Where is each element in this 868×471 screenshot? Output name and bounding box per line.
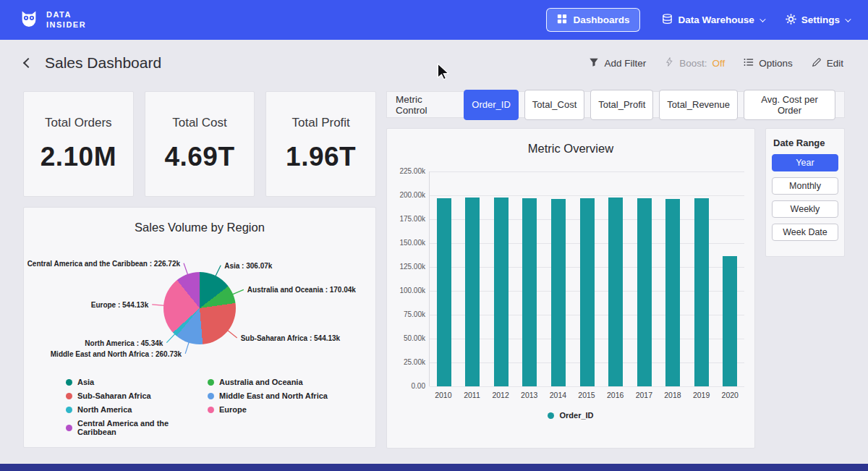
brand: DATA INSIDER [19,9,86,32]
bar-2019[interactable] [694,198,709,386]
bar-2013[interactable] [522,198,537,386]
page-title: Sales Dashboard [45,54,161,72]
legend-dot [208,393,214,399]
pie-leader-line [185,341,189,354]
data-warehouse-menu[interactable]: Data Warehouse [662,14,763,27]
metric-button-total-cost[interactable]: Total_Cost [524,90,584,120]
y-axis-tick: 50.00k [389,334,425,342]
bar-cell [658,171,687,386]
metric-overview-card: Metric Overview 225.00k200.00k175.00k150… [386,128,755,449]
options-label: Options [759,58,793,69]
lightning-bolt-icon [665,57,674,69]
pie-leader-line [215,266,221,277]
pie-chart: Asia : 306.07kAustralia and Oceania : 17… [24,239,375,370]
legend-label: Central America and the Caribbean [77,419,208,436]
chevron-down-icon [845,16,851,22]
bottom-strip [0,464,868,471]
settings-menu[interactable]: Settings [786,14,849,27]
kpi-row: Total Orders 2.10M Total Cost 4.69T Tota… [23,91,376,197]
gear-icon [786,14,796,27]
legend-item-north-america: North America [66,405,208,414]
top-navbar: DATA INSIDER Dashboards Data Warehous [0,0,868,40]
gridline [430,386,744,387]
bar-2016[interactable] [608,198,623,386]
dashboards-button[interactable]: Dashboards [546,8,640,32]
y-axis-tick: 200.00k [389,191,425,199]
dashboard-header: Sales Dashboard Add Filter Boost: Off Op… [0,40,868,86]
boost-state: Off [712,58,725,69]
metric-button-total-revenue[interactable]: Total_Revenue [659,90,738,120]
legend-dot [208,407,214,413]
pie-slice-label-sub-saharan-africa: Sub-Saharan Africa : 544.13k [241,334,340,342]
y-axis-tick: 150.00k [389,239,425,247]
options-button[interactable]: Options [744,57,793,69]
bar-2018[interactable] [665,199,680,386]
kpi-label: Total Cost [172,116,227,130]
metric-button-total-profit[interactable]: Total_Profit [590,90,653,120]
date-range-button-year[interactable]: Year [772,154,838,171]
bar-chart-title: Metric Overview [387,129,754,156]
dashboards-grid-icon [557,14,567,26]
metric-button-avg-cost-per-order[interactable]: Avg. Cost per Order [744,90,835,120]
legend-label: Europe [219,405,247,414]
bar-cell [715,171,744,386]
date-range-buttons: YearMonthlyWeeklyWeek Date [772,154,838,241]
pie-slice-label-europe: Europe : 544.13k [91,300,148,308]
bar-2011[interactable] [465,198,480,386]
date-range-panel: Date Range YearMonthlyWeeklyWeek Date [765,128,845,257]
kpi-total-orders: Total Orders 2.10M [23,91,134,197]
date-range-button-week-date[interactable]: Week Date [772,224,838,241]
metric-button-order-id[interactable]: Order_ID [464,90,518,120]
bar-cell [516,171,545,386]
y-axis-tick: 25.00k [389,358,425,366]
bar-2012[interactable] [494,198,509,386]
legend-label: Asia [77,378,94,386]
metric-control-label: Metric Control [396,94,455,116]
chevron-down-icon [760,16,765,22]
pie-slice-label-north-america: North America : 45.34k [85,339,163,347]
y-axis-tick: 225.00k [389,167,425,175]
metric-control-bar: Metric Control Order_IDTotal_CostTotal_P… [386,91,845,118]
bar-2017[interactable] [637,198,652,386]
date-range-button-weekly[interactable]: Weekly [772,200,838,218]
pencil-icon [812,57,822,69]
legend-dot [548,412,554,419]
x-axis-tick: 2014 [544,391,573,399]
database-icon [662,14,673,27]
bar-2015[interactable] [580,198,595,386]
add-filter-button[interactable]: Add Filter [589,57,646,69]
legend-dot [208,379,214,386]
y-axis-tick: 75.00k [389,310,425,318]
kpi-value: 2.10M [41,142,116,172]
x-axis-tick: 2013 [515,391,544,399]
x-axis-tick: 2016 [601,391,630,399]
boost-label: Boost: [679,58,707,69]
edit-label: Edit [827,58,843,69]
settings-label: Settings [801,14,840,25]
pie-leader-line [231,289,244,294]
boost-toggle[interactable]: Boost: Off [665,57,725,69]
dashboards-label: Dashboards [573,14,629,25]
x-axis-tick: 2015 [572,391,601,399]
filter-funnel-icon [589,57,599,69]
add-filter-label: Add Filter [604,58,646,69]
legend-label: Australia and Oceania [219,378,303,386]
pie-chart-title: Sales Volume by Region [24,208,375,234]
date-range-button-monthly[interactable]: Monthly [772,177,838,195]
x-axis-tick: 2019 [687,391,716,399]
bar-2014[interactable] [551,199,566,386]
x-axis-tick: 2018 [658,391,687,399]
y-axis-tick: 100.00k [389,287,425,294]
bar-2020[interactable] [723,256,737,386]
back-button[interactable] [23,58,33,68]
legend-dot [66,407,72,413]
y-axis-tick: 175.00k [389,215,425,223]
bar-2010[interactable] [437,198,451,386]
legend-item-asia: Asia [66,378,208,386]
kpi-value: 4.69T [164,142,234,172]
legend-label: Order_ID [559,411,593,420]
x-axis-tick: 2011 [458,391,487,399]
pie-leader-line [227,330,237,338]
legend-dot [66,425,72,431]
edit-button[interactable]: Edit [812,57,843,69]
